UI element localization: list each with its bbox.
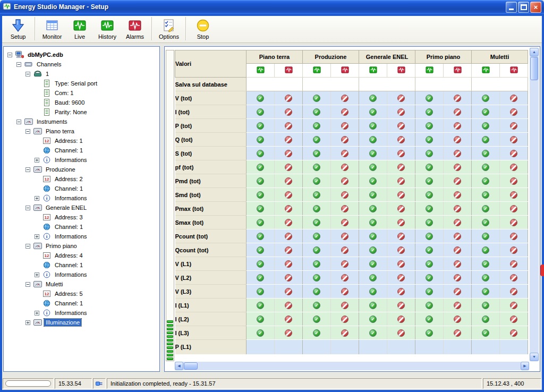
alarm-toggle-cell[interactable] (331, 188, 359, 202)
alarm-toggle-cell[interactable] (444, 285, 472, 299)
alarm-toggle-cell[interactable] (275, 133, 303, 147)
alarm-toggle-cell[interactable] (275, 188, 303, 202)
alarm-toggle-cell[interactable] (331, 202, 359, 216)
live-toggle-cell[interactable] (472, 243, 500, 257)
alarm-toggle-cell[interactable] (500, 133, 528, 147)
live-toggle-cell[interactable] (246, 229, 275, 243)
tree-node-address-4[interactable]: 12Address: 4 (5, 251, 158, 260)
alarm-toggle-cell[interactable] (500, 160, 528, 174)
alarm-toggle-cell[interactable] (500, 216, 528, 229)
live-toggle-cell[interactable] (472, 174, 500, 188)
tree-node-address-5[interactable]: 12Address: 5 (5, 289, 158, 299)
tree-toggle-minus-icon[interactable] (26, 244, 30, 249)
tree-node-address-1[interactable]: 12Address: 1 (5, 136, 158, 146)
live-toggle-cell[interactable] (303, 174, 331, 188)
live-toggle-cell[interactable] (472, 299, 500, 312)
live-toggle-cell[interactable] (359, 312, 387, 326)
alarm-toggle-cell[interactable] (500, 229, 528, 243)
live-toggle-cell[interactable] (359, 299, 387, 312)
alarm-toggle-cell[interactable] (331, 229, 359, 243)
tree-toggle-minus-icon[interactable] (26, 72, 30, 76)
tree-node-informations[interactable]: iInformations (5, 193, 158, 203)
save-database-cell-primo-piano[interactable] (415, 78, 472, 91)
live-toggle-cell[interactable] (472, 257, 500, 271)
alarm-toggle-cell[interactable] (387, 202, 415, 216)
tree-node-baud-9600[interactable]: Baud: 9600 (5, 98, 158, 107)
live-toggle-cell[interactable] (415, 216, 444, 229)
alarm-toggle-cell[interactable] (331, 299, 359, 312)
alarm-toggle-cell[interactable] (331, 147, 359, 160)
live-toggle-cell[interactable] (246, 133, 275, 147)
live-toggle-cell[interactable] (472, 202, 500, 216)
toolbar-button-live[interactable]: Live (66, 15, 94, 42)
alarm-toggle-cell[interactable] (444, 160, 472, 174)
live-toggle-cell[interactable] (415, 202, 444, 216)
live-toggle-cell[interactable] (246, 285, 275, 299)
tree-node-channels[interactable]: Channels (5, 59, 158, 69)
live-toggle-cell[interactable] (415, 299, 444, 312)
alarm-toggle-cell[interactable] (500, 105, 528, 119)
live-toggle-cell[interactable] (472, 160, 500, 174)
tree-toggle-minus-icon[interactable] (16, 62, 21, 67)
tree-node-channel-1[interactable]: Channel: 1 (5, 146, 158, 155)
live-toggle-cell[interactable] (303, 202, 331, 216)
alarm-toggle-cell[interactable] (500, 312, 528, 326)
tree-toggle-plus-icon[interactable] (35, 196, 39, 201)
tree-node-dbmypc-edb[interactable]: dbMyPC.edb (5, 50, 158, 59)
live-toggle-cell[interactable] (246, 188, 275, 202)
minimize-button[interactable] (506, 2, 517, 13)
vertical-scroll-thumb[interactable] (530, 57, 538, 80)
tree-node-generale-enel[interactable]: Generale ENEL (5, 203, 158, 212)
live-toggle-cell[interactable] (359, 160, 387, 174)
live-toggle-cell[interactable] (359, 285, 387, 299)
live-toggle-cell[interactable] (359, 188, 387, 202)
alarm-toggle-cell[interactable] (500, 326, 528, 340)
save-database-cell-generale-enel[interactable] (359, 78, 415, 91)
alarm-toggle-cell[interactable] (387, 160, 415, 174)
alarm-toggle-cell[interactable] (387, 91, 415, 105)
save-database-cell-piano-terra[interactable] (246, 78, 303, 91)
live-toggle-cell[interactable] (472, 105, 500, 119)
live-toggle-cell[interactable] (303, 91, 331, 105)
live-toggle-cell[interactable] (246, 257, 275, 271)
live-toggle-cell[interactable] (246, 91, 275, 105)
vertical-scrollbar[interactable]: ▲ ▼ (530, 48, 539, 361)
live-toggle-cell[interactable] (246, 174, 275, 188)
tree-node-channel-1[interactable]: Channel: 1 (5, 299, 158, 308)
live-toggle-cell[interactable] (359, 105, 387, 119)
live-toggle-cell[interactable] (415, 119, 444, 133)
alarm-toggle-cell[interactable] (500, 188, 528, 202)
live-toggle-cell[interactable] (303, 216, 331, 229)
live-toggle-cell[interactable] (246, 147, 275, 160)
alarm-toggle-cell[interactable] (387, 188, 415, 202)
toolbar-button-alarms[interactable]: Alarms (121, 15, 149, 42)
live-toggle-cell[interactable] (303, 257, 331, 271)
live-toggle-cell[interactable] (359, 243, 387, 257)
alarm-toggle-cell[interactable] (331, 326, 359, 340)
alarm-toggle-cell[interactable] (331, 105, 359, 119)
live-toggle-cell[interactable] (472, 229, 500, 243)
tree-node-channel-1[interactable]: Channel: 1 (5, 184, 158, 193)
tree-node-informations[interactable]: iInformations (5, 270, 158, 279)
alarm-toggle-cell[interactable] (387, 133, 415, 147)
alarm-toggle-cell[interactable] (275, 202, 303, 216)
alarm-toggle-cell[interactable] (444, 119, 472, 133)
live-toggle-cell[interactable] (246, 312, 275, 326)
live-toggle-cell[interactable] (303, 326, 331, 340)
tree-node-com-1[interactable]: Com: 1 (5, 88, 158, 98)
alarm-toggle-cell[interactable] (275, 243, 303, 257)
tree-node-1[interactable]: 1 (5, 69, 158, 79)
alarm-toggle-cell[interactable] (387, 147, 415, 160)
live-toggle-cell[interactable] (246, 243, 275, 257)
toolbar-button-history[interactable]: History (94, 15, 121, 42)
alarm-toggle-cell[interactable] (275, 285, 303, 299)
live-toggle-cell[interactable] (303, 271, 331, 285)
live-toggle-cell[interactable] (415, 105, 444, 119)
live-toggle-cell[interactable] (415, 91, 444, 105)
live-toggle-cell[interactable] (359, 326, 387, 340)
alarm-toggle-cell[interactable] (275, 105, 303, 119)
live-toggle-cell[interactable] (303, 160, 331, 174)
live-toggle-cell[interactable] (359, 202, 387, 216)
live-toggle-cell[interactable] (303, 285, 331, 299)
live-toggle-cell[interactable] (246, 105, 275, 119)
